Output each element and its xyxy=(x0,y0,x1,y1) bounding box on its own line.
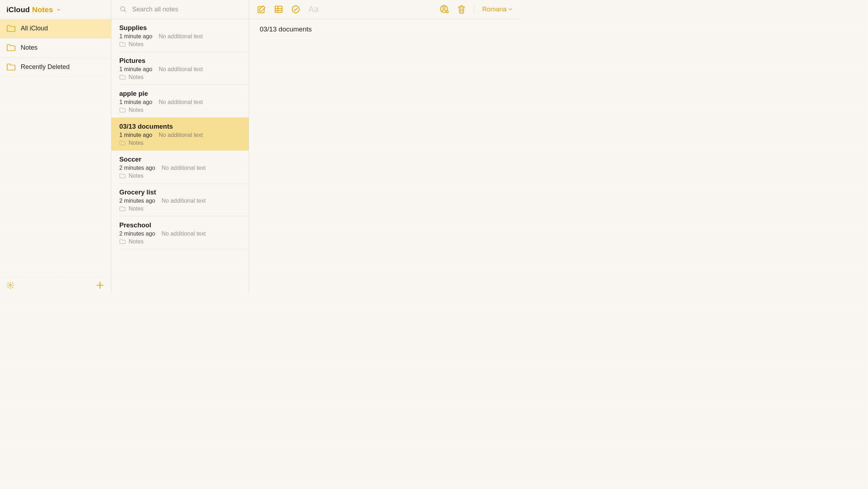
folder-label: All iCloud xyxy=(21,25,48,32)
app-switcher[interactable]: iCloud Notes xyxy=(6,5,61,14)
svg-point-10 xyxy=(443,7,445,9)
icloud-label: iCloud xyxy=(6,5,30,14)
note-title: Preschool xyxy=(119,221,241,229)
note-list[interactable]: Supplies 1 minute ago No additional text… xyxy=(111,19,249,293)
folder-icon xyxy=(119,140,126,145)
note-title: Soccer xyxy=(119,155,241,163)
delete-button[interactable] xyxy=(457,5,466,14)
note-timestamp: 1 minute ago xyxy=(119,66,153,72)
new-folder-button[interactable] xyxy=(95,281,105,290)
folder-icon xyxy=(6,25,16,32)
note-snippet: No additional text xyxy=(159,66,203,72)
chevron-down-icon xyxy=(56,7,61,13)
svg-point-8 xyxy=(292,6,299,13)
note-folder-label: Notes xyxy=(129,173,144,179)
note-snippet: No additional text xyxy=(159,99,203,105)
folder-icon xyxy=(119,108,126,113)
note-snippet: No additional text xyxy=(159,33,203,39)
folder-icon xyxy=(6,44,16,51)
note-timestamp: 2 minutes ago xyxy=(119,165,155,171)
notes-label: Notes xyxy=(32,5,53,14)
search-input[interactable] xyxy=(132,6,241,13)
note-timestamp: 1 minute ago xyxy=(119,99,153,105)
note-item[interactable]: 03/13 documents 1 minute ago No addition… xyxy=(111,118,249,150)
folder-icon xyxy=(119,42,126,47)
note-folder-label: Notes xyxy=(129,206,144,212)
folder-item-all-icloud[interactable]: All iCloud xyxy=(0,19,111,38)
note-snippet: No additional text xyxy=(161,165,206,171)
note-timestamp: 1 minute ago xyxy=(119,132,153,138)
user-name: Romana xyxy=(482,6,507,13)
table-button[interactable] xyxy=(274,5,283,14)
svg-point-0 xyxy=(9,284,11,286)
folder-list: All iCloud Notes Recently Deleted xyxy=(0,19,111,77)
folder-label: Recently Deleted xyxy=(21,63,70,71)
editor-toolbar: Aa Romana xyxy=(249,0,521,19)
note-folder-label: Notes xyxy=(129,41,144,48)
folder-icon xyxy=(119,173,126,178)
folder-label: Notes xyxy=(21,44,38,51)
note-snippet: No additional text xyxy=(161,231,206,237)
sidebar: All iCloud Notes Recently Deleted xyxy=(0,19,111,293)
folder-item-notes[interactable]: Notes xyxy=(0,38,111,58)
svg-rect-4 xyxy=(275,6,282,12)
note-timestamp: 2 minutes ago xyxy=(119,231,155,237)
note-item[interactable]: Soccer 2 minutes ago No additional text … xyxy=(111,150,249,183)
compose-button[interactable] xyxy=(257,5,266,14)
note-folder-label: Notes xyxy=(129,140,144,146)
chevron-down-icon xyxy=(508,7,513,12)
note-snippet: No additional text xyxy=(161,198,206,204)
settings-button[interactable] xyxy=(6,281,14,289)
note-title: Grocery list xyxy=(119,188,241,196)
note-folder-label: Notes xyxy=(129,238,144,245)
note-timestamp: 1 minute ago xyxy=(119,33,153,39)
note-item[interactable]: Grocery list 2 minutes ago No additional… xyxy=(111,183,249,216)
note-title: 03/13 documents xyxy=(119,123,241,130)
note-title: Pictures xyxy=(119,57,241,65)
add-people-button[interactable] xyxy=(440,5,449,14)
note-snippet: No additional text xyxy=(159,132,203,138)
svg-line-2 xyxy=(124,10,126,12)
folder-icon xyxy=(119,206,126,211)
search-icon xyxy=(119,5,127,13)
note-item[interactable]: Supplies 1 minute ago No additional text… xyxy=(111,19,249,52)
format-button[interactable]: Aa xyxy=(308,4,319,14)
sidebar-header: iCloud Notes xyxy=(0,0,111,19)
toolbar-divider xyxy=(474,5,474,14)
note-item[interactable]: Pictures 1 minute ago No additional text… xyxy=(111,52,249,85)
note-timestamp: 2 minutes ago xyxy=(119,198,155,204)
note-title: apple pie xyxy=(119,90,241,98)
note-item[interactable]: apple pie 1 minute ago No additional tex… xyxy=(111,85,249,118)
folder-icon xyxy=(6,64,16,71)
note-folder-label: Notes xyxy=(129,74,144,80)
note-body[interactable]: 03/13 documents xyxy=(260,25,510,33)
note-folder-label: Notes xyxy=(129,107,144,113)
user-menu[interactable]: Romana xyxy=(482,6,513,13)
folder-icon xyxy=(119,239,126,244)
folder-icon xyxy=(119,75,126,80)
checklist-button[interactable] xyxy=(291,5,300,14)
note-item[interactable]: Preschool 2 minutes ago No additional te… xyxy=(111,216,249,249)
folder-item-recently-deleted[interactable]: Recently Deleted xyxy=(0,58,111,77)
note-list-header xyxy=(111,0,249,19)
sidebar-footer xyxy=(0,277,111,293)
note-editor[interactable]: 03/13 documents xyxy=(249,19,521,293)
note-title: Supplies xyxy=(119,24,241,32)
